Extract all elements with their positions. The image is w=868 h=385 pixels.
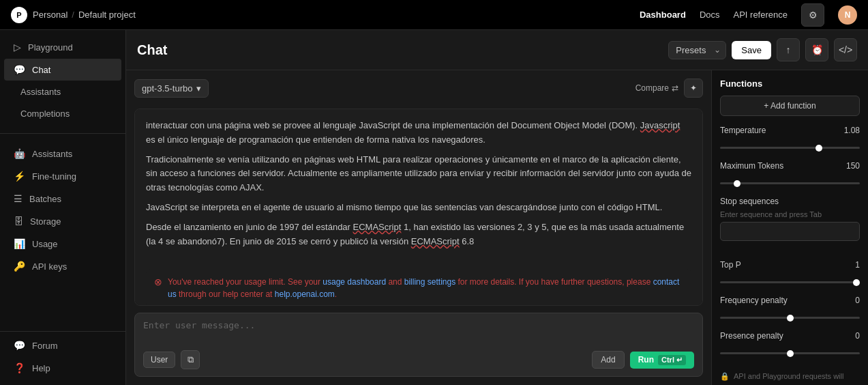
sidebar-item-fine-tuning[interactable]: ⚡ Fine-tuning <box>4 165 121 187</box>
temperature-label: Temperature <box>720 126 766 135</box>
sidebar-item-label: Help <box>32 363 50 373</box>
clipboard-icon-btn[interactable]: ⧉ <box>181 350 200 369</box>
workspace-label[interactable]: Personal <box>33 10 68 20</box>
help-center-link[interactable]: help.openai.com <box>275 289 335 299</box>
run-shortcut: Ctrl ↵ <box>658 355 686 365</box>
presence-penalty-value: 0 <box>855 331 860 341</box>
input-footer: User ⧉ Add Run Ctrl ↵ <box>143 350 694 369</box>
temperature-value: 1.08 <box>844 126 860 135</box>
code-icon-btn[interactable]: </> <box>834 38 857 61</box>
functions-title: Functions <box>720 79 860 89</box>
max-tokens-row: Maximum Tokens 150 <box>720 161 860 187</box>
sidebar-item-assistants2[interactable]: 🤖 Assistants <box>4 143 121 165</box>
model-selector[interactable]: gpt-3.5-turbo ▾ <box>134 79 209 98</box>
top-p-slider[interactable] <box>720 281 860 283</box>
sidebar-item-label: Batches <box>29 194 61 204</box>
history-icon-btn[interactable]: ⏰ <box>805 38 828 61</box>
add-function-button[interactable]: + Add function <box>720 96 860 116</box>
sidebar-item-chat[interactable]: 💬 Chat <box>4 59 121 81</box>
input-area: User ⧉ Add Run Ctrl ↵ <box>134 313 703 377</box>
compare-icon: ⇄ <box>672 83 678 93</box>
footer-text: API and Playground requests will <box>734 372 843 380</box>
error-message: ⊗ You've reached your usage limit. See y… <box>146 269 691 306</box>
run-button[interactable]: Run Ctrl ↵ <box>630 352 694 369</box>
batches-icon: ☰ <box>14 193 23 204</box>
help-icon: ❓ <box>14 362 25 373</box>
avatar[interactable]: N <box>838 5 857 25</box>
chevron-down-icon: ▾ <box>196 83 201 94</box>
stop-sequences-sublabel: Enter sequence and press Tab <box>720 210 860 218</box>
right-panel: Functions + Add function Temperature 1.0… <box>711 70 868 385</box>
presets-wrapper: Presets <box>668 41 726 59</box>
messages-content: interactuar con una página web se provee… <box>135 109 702 263</box>
presence-penalty-slider[interactable] <box>720 352 860 354</box>
chat-header-actions: Presets Save ↑ ⏰ </> <box>668 38 857 61</box>
sidebar-item-storage[interactable]: 🗄 Storage <box>4 210 121 232</box>
wand-icon-btn[interactable]: ✦ <box>684 79 703 98</box>
presets-select[interactable]: Presets <box>668 41 726 59</box>
compare-button[interactable]: Compare ⇄ <box>635 83 678 93</box>
api-keys-icon: 🔑 <box>14 261 25 272</box>
user-type-button[interactable]: User <box>143 352 175 368</box>
top-p-label-row: Top P 1 <box>720 260 860 270</box>
nav-api-reference[interactable]: API reference <box>734 10 788 20</box>
add-button[interactable]: Add <box>592 351 624 369</box>
sidebar-divider-bottom <box>0 331 125 332</box>
page-title: Chat <box>137 42 167 58</box>
main: ▷ Playground 💬 Chat Assistants Completio… <box>0 30 868 385</box>
sidebar-item-playground[interactable]: ▷ Playground <box>4 36 121 58</box>
sidebar-item-label: Playground <box>28 42 73 53</box>
usage-dashboard-link[interactable]: usage dashboard <box>323 277 386 287</box>
topbar: P Personal / Default project Dashboard D… <box>0 0 868 30</box>
max-tokens-label-row: Maximum Tokens 150 <box>720 161 860 171</box>
chat-header: Chat Presets Save ↑ ⏰ </> <box>126 30 868 70</box>
top-p-row: Top P 1 <box>720 260 860 286</box>
sidebar-item-forum[interactable]: 💬 Forum <box>4 334 121 356</box>
frequency-penalty-label-row: Frequency penalty 0 <box>720 296 860 305</box>
compare-label: Compare <box>635 83 669 93</box>
sidebar-divider <box>0 133 125 134</box>
sidebar-item-label: Assistants <box>20 87 61 97</box>
panel-footer: 🔒 API and Playground requests will <box>720 367 860 385</box>
presence-penalty-row: Presence penalty 0 <box>720 331 860 357</box>
playground-icon: ▷ <box>14 42 21 53</box>
sidebar-item-batches[interactable]: ☰ Batches <box>4 188 121 210</box>
sidebar-item-assistants[interactable]: Assistants <box>4 81 121 102</box>
message-text: interactuar con una página web se provee… <box>146 119 691 248</box>
model-name: gpt-3.5-turbo <box>142 83 192 94</box>
sidebar-item-api-keys[interactable]: 🔑 API keys <box>4 255 121 277</box>
messages-area: interactuar con una página web se provee… <box>134 109 703 306</box>
sidebar-item-label: Chat <box>32 65 50 75</box>
project-label[interactable]: Default project <box>78 10 136 20</box>
assistants2-icon: 🤖 <box>14 148 25 159</box>
sidebar-item-usage[interactable]: 📊 Usage <box>4 233 121 255</box>
billing-settings-link[interactable]: billing settings <box>404 277 455 287</box>
sidebar-item-label: API keys <box>32 261 67 272</box>
sidebar-main-section: 🤖 Assistants ⚡ Fine-tuning ☰ Batches 🗄 S… <box>0 137 125 283</box>
presence-penalty-label: Presence penalty <box>720 331 783 341</box>
frequency-penalty-slider[interactable] <box>720 317 860 319</box>
save-button[interactable]: Save <box>732 41 771 59</box>
content: Chat Presets Save ↑ ⏰ </> gpt-3.5-turbo … <box>126 30 868 385</box>
max-tokens-label: Maximum Tokens <box>720 161 783 171</box>
input-footer-right: Add Run Ctrl ↵ <box>592 351 694 369</box>
frequency-penalty-label: Frequency penalty <box>720 296 788 305</box>
topbar-left: P Personal / Default project <box>11 7 136 23</box>
message-input[interactable] <box>143 320 694 345</box>
nav-dashboard[interactable]: Dashboard <box>640 10 686 20</box>
frequency-penalty-row: Frequency penalty 0 <box>720 296 860 322</box>
error-text: You've reached your usage limit. See you… <box>168 276 683 300</box>
presence-penalty-label-row: Presence penalty 0 <box>720 331 860 341</box>
settings-icon-btn[interactable]: ⚙ <box>801 3 824 27</box>
max-tokens-slider[interactable] <box>720 182 860 184</box>
nav-docs[interactable]: Docs <box>700 10 720 20</box>
error-icon: ⊗ <box>154 276 162 287</box>
sidebar-item-completions[interactable]: Completions <box>4 103 121 124</box>
sidebar-playground-section: ▷ Playground 💬 Chat Assistants Completio… <box>0 30 125 130</box>
forum-icon: 💬 <box>14 340 25 351</box>
export-icon-btn[interactable]: ↑ <box>777 38 800 61</box>
run-label: Run <box>638 355 654 365</box>
stop-sequences-input[interactable] <box>720 222 860 241</box>
temperature-slider[interactable] <box>720 147 860 149</box>
sidebar-item-help[interactable]: ❓ Help <box>4 357 121 379</box>
